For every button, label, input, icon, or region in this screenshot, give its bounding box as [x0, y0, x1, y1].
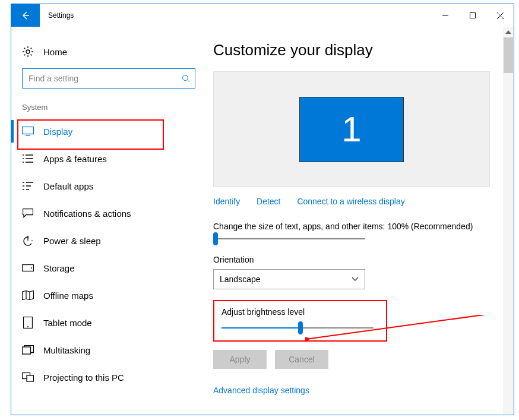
sidebar-item-label: Multitasking: [43, 345, 90, 355]
chevron-up-icon: [505, 30, 511, 34]
sidebar-item-apps[interactable]: Apps & features: [11, 145, 213, 172]
detect-link[interactable]: Detect: [257, 197, 280, 206]
maximize-icon: [470, 12, 476, 18]
sidebar-item-label: Default apps: [43, 181, 93, 191]
svg-point-1: [26, 50, 30, 53]
home-label: Home: [43, 47, 67, 57]
close-button[interactable]: [486, 4, 514, 27]
window-title: Settings: [40, 4, 74, 27]
sidebar-item-label: Tablet mode: [43, 318, 92, 328]
scale-slider-thumb[interactable]: [213, 232, 218, 245]
list-icon: [22, 153, 34, 165]
brightness-label: Adjust brightness level: [221, 307, 379, 317]
orientation-dropdown[interactable]: Landscape: [213, 269, 365, 289]
sidebar-item-label: Apps & features: [43, 154, 107, 164]
svg-point-6: [31, 267, 32, 269]
wireless-link[interactable]: Connect to a wireless display: [297, 197, 404, 206]
identify-link[interactable]: Identify: [213, 197, 240, 206]
map-icon: [22, 289, 34, 301]
display-preview[interactable]: 1: [213, 71, 490, 187]
brightness-slider[interactable]: [221, 326, 374, 331]
search-input[interactable]: [29, 74, 182, 83]
svg-rect-0: [470, 13, 476, 18]
sidebar-item-maps[interactable]: Offline maps: [11, 282, 213, 309]
orientation-label: Orientation: [213, 255, 502, 264]
home-nav[interactable]: Home: [11, 41, 213, 68]
gear-icon: [22, 46, 34, 58]
power-icon: [22, 235, 34, 247]
back-button[interactable]: [11, 4, 40, 27]
sidebar-item-label: Power & sleep: [43, 236, 101, 246]
sidebar-item-label: Storage: [43, 263, 75, 273]
sidebar-item-label: Display: [43, 127, 72, 137]
cancel-button[interactable]: Cancel: [275, 350, 328, 369]
tablet-icon: [22, 317, 34, 329]
scale-label: Change the size of text, apps, and other…: [213, 222, 502, 231]
close-icon: [497, 12, 504, 19]
apply-button[interactable]: Apply: [213, 350, 267, 369]
sidebar: Home System Display Apps & features: [11, 27, 213, 415]
display-links: Identify Detect Connect to a wireless di…: [213, 197, 502, 206]
page-heading: Customize your display: [213, 41, 502, 59]
svg-point-2: [183, 75, 188, 81]
sidebar-item-default-apps[interactable]: Default apps: [11, 172, 213, 200]
minimize-icon: [442, 12, 448, 18]
svg-rect-11: [27, 375, 34, 381]
scrollbar[interactable]: [503, 27, 514, 415]
section-label: System: [11, 99, 213, 118]
chat-icon: [22, 207, 34, 219]
main-content: Customize your display 1 Identify Detect…: [213, 27, 514, 415]
svg-rect-3: [23, 127, 34, 134]
button-row: Apply Cancel: [213, 350, 502, 369]
storage-icon: [22, 262, 34, 274]
sidebar-item-label: Projecting to this PC: [43, 372, 124, 383]
search-input-wrap[interactable]: [22, 68, 195, 89]
titlebar: Settings: [11, 4, 514, 27]
maximize-button[interactable]: [459, 4, 486, 27]
search-icon: [182, 74, 190, 83]
chevron-down-icon: [352, 277, 359, 282]
sidebar-item-display[interactable]: Display: [11, 118, 213, 145]
monitor-icon: [22, 125, 34, 137]
sidebar-item-multitasking[interactable]: Multitasking: [11, 336, 213, 364]
monitor-thumbnail[interactable]: 1: [299, 97, 404, 162]
sidebar-item-storage[interactable]: Storage: [11, 254, 213, 282]
scroll-thumb[interactable]: [504, 37, 513, 73]
orientation-value: Landscape: [220, 274, 261, 284]
svg-rect-9: [23, 347, 31, 354]
sidebar-item-label: Offline maps: [43, 290, 93, 301]
brightness-slider-thumb[interactable]: [298, 321, 303, 334]
brightness-highlight-box: Adjust brightness level: [213, 300, 387, 342]
multitask-icon: [22, 344, 34, 356]
project-icon: [22, 371, 34, 383]
advanced-settings-link[interactable]: Advanced display settings: [213, 386, 502, 395]
sidebar-item-notifications[interactable]: Notifications & actions: [11, 200, 213, 227]
sidebar-item-label: Notifications & actions: [43, 209, 131, 219]
arrow-left-icon: [20, 10, 31, 21]
sidebar-item-tablet[interactable]: Tablet mode: [11, 309, 213, 336]
scroll-up-button[interactable]: [503, 27, 514, 37]
minimize-button[interactable]: [432, 4, 459, 27]
default-apps-icon: [22, 180, 34, 192]
svg-point-8: [27, 326, 29, 327]
sidebar-item-power[interactable]: Power & sleep: [11, 227, 213, 254]
scale-slider[interactable]: [213, 237, 365, 242]
sidebar-item-projecting[interactable]: Projecting to this PC: [11, 364, 213, 391]
